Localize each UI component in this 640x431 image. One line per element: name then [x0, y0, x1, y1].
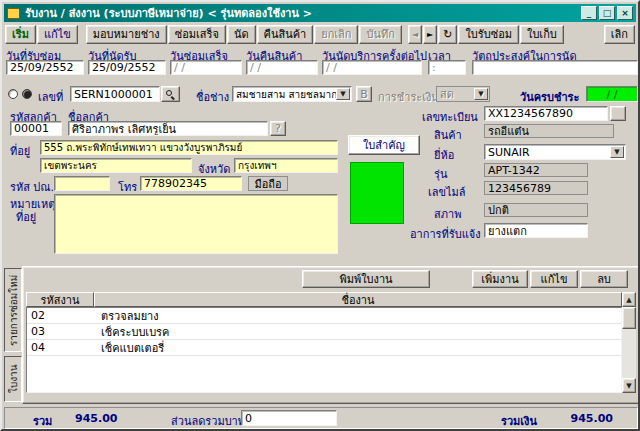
return-date-field[interactable]: / / — [246, 60, 318, 75]
app-window: รับงาน / ส่งงาน (ระบบภาษีเหมาจ่าย) < รุ่… — [0, 0, 640, 431]
model-label: รุ่น — [434, 165, 447, 183]
total-value: 945.00 — [75, 412, 117, 425]
column-header-job-code[interactable]: รหัสงาน — [26, 292, 94, 307]
address-label: ที่อยู่ — [10, 142, 30, 160]
scroll-down-icon[interactable]: ▼ — [622, 378, 636, 393]
product-field: รถอีแต๋น — [484, 124, 614, 138]
registration-lookup-button[interactable] — [610, 106, 626, 121]
total-label: รวม — [33, 412, 52, 430]
grand-total-label: รวมเงิน — [501, 412, 537, 430]
chevron-down-icon: ▼ — [474, 88, 488, 100]
radio-option-1[interactable] — [8, 89, 18, 99]
start-button[interactable]: เริ่ม — [5, 25, 36, 44]
model-field: APT-1342 — [484, 163, 588, 177]
jobs-table: 02 ตรวจลมยาง 03 เช็คระบบเบรค 04 เช็คแบตเ… — [26, 307, 622, 393]
prev-record-icon[interactable]: ◄ — [408, 25, 422, 44]
zip-field[interactable] — [54, 176, 110, 191]
search-icon — [166, 90, 175, 99]
due-date-label: วันครบชำระ — [520, 88, 579, 106]
mileage-label: เลขไมล์ — [428, 183, 466, 201]
chevron-down-icon[interactable]: ▼ — [610, 146, 624, 158]
tab-repair-items[interactable]: รายการซ่อมใหม่ — [4, 268, 22, 352]
pickup-date-field[interactable]: 25/09/2552 — [88, 60, 166, 75]
mileage-field: 123456789 — [484, 181, 588, 195]
print-worksheet-button[interactable]: พิมพ์ใบงาน — [302, 270, 430, 288]
minimize-icon[interactable]: _ — [581, 6, 597, 20]
b-button[interactable]: B — [356, 86, 372, 102]
assign-technician-button[interactable]: มอบหมายช่าง — [86, 25, 167, 44]
note-label-line2: ที่อยู่ — [16, 208, 36, 226]
symptom-label: อาการที่รับแจ้ง — [410, 225, 481, 243]
refresh-icon[interactable]: ↻ — [438, 25, 457, 44]
add-job-button[interactable]: เพิ่มงาน — [472, 270, 528, 288]
appointment-purpose-field[interactable] — [472, 60, 638, 75]
product-label: สินค้า — [434, 126, 462, 144]
technician-dropdown[interactable]: สมชายสาม สายชลมากมี ▼ — [232, 86, 352, 102]
repair-done-button[interactable]: ซ่อมเสร็จ — [168, 25, 226, 44]
registration-label: เลขทะเบียน — [422, 108, 478, 126]
discount-input[interactable]: 0 — [241, 410, 337, 426]
job-name: เช็คแบตเตอรี่ — [95, 339, 164, 357]
finished-date-field[interactable]: / / — [170, 60, 242, 75]
customer-code-field[interactable]: 00001 — [10, 121, 62, 136]
next-service-date-field[interactable]: / / — [322, 60, 422, 75]
receive-date-field[interactable]: 25/09/2552 — [6, 60, 84, 75]
brand-dropdown[interactable]: SUNAIR ▼ — [484, 144, 626, 160]
brand-value: SUNAIR — [488, 146, 530, 159]
province-field[interactable]: กรุงเทพฯ — [234, 158, 338, 173]
title-bar[interactable]: รับงาน / ส่งงาน (ระบบภาษีเหมาจ่าย) < รุ่… — [4, 4, 636, 22]
customer-name-field[interactable]: ศิริอาภาพร เลิศหรูเย็น — [68, 121, 268, 136]
brand-label: ยี่ห้อ — [434, 146, 454, 164]
appointment-button[interactable]: นัด — [227, 25, 256, 44]
scrollbar-thumb[interactable] — [622, 307, 636, 329]
cancel-button[interactable]: ยกเลิก — [314, 25, 358, 44]
address-line1-field[interactable]: 555 ถ.พระพิทักษ์เทพเทวา แขวงวังบูรพาภิรม… — [40, 140, 338, 155]
repair-receipt-button[interactable]: ใบรับซ่อม — [458, 25, 519, 44]
mobile-label: มือถือ — [248, 176, 288, 191]
status-indicator — [350, 162, 404, 224]
payment-value: สด — [440, 86, 454, 102]
maximize-icon[interactable]: □ — [599, 6, 615, 20]
address-note-textarea[interactable] — [54, 194, 338, 254]
chevron-down-icon[interactable]: ▼ — [336, 88, 350, 100]
phone-field[interactable]: 778902345 — [140, 176, 242, 191]
edit-job-button[interactable]: แก้ไข — [530, 270, 578, 288]
billing-button[interactable]: ใบเก็บ — [520, 25, 564, 44]
column-header-job-name[interactable]: ชื่องาน — [94, 292, 622, 307]
radio-option-2[interactable] — [22, 89, 32, 99]
customer-lookup-button[interactable]: ? — [270, 121, 286, 136]
time-field[interactable]: : — [428, 60, 466, 75]
technician-value: สมชายสาม สายชลมากมี — [236, 87, 344, 102]
table-scrollbar[interactable]: ▲ ▼ — [622, 292, 636, 393]
delete-job-button[interactable]: ลบ — [580, 270, 628, 288]
symptom-field[interactable]: ยางแตก — [484, 223, 588, 238]
order-no-field[interactable]: SERN1000001 — [70, 86, 160, 102]
app-icon — [7, 8, 20, 19]
job-code: 02 — [27, 309, 95, 322]
question-icon: ? — [275, 122, 281, 135]
return-goods-button[interactable]: คืนสินค้า — [257, 25, 314, 44]
condition-label: สภาพ — [434, 205, 461, 223]
exit-button[interactable]: เลิก — [604, 25, 635, 44]
close-icon[interactable]: × — [617, 6, 633, 20]
payment-label: การชำระเงิน — [378, 88, 439, 106]
edit-button[interactable]: แก้ไข — [37, 25, 78, 44]
window-title: รับงาน / ส่งงาน (ระบบภาษีเหมาจ่าย) < รุ่… — [25, 4, 579, 22]
job-code: 03 — [27, 325, 95, 338]
due-date-field[interactable]: / / — [586, 86, 638, 102]
payment-dropdown[interactable]: สด ▼ — [436, 86, 490, 102]
zip-label: รหัส ปณ. — [10, 178, 54, 196]
table-row[interactable]: 04 เช็คแบตเตอรี่ — [27, 340, 621, 356]
condition-field: ปกติ — [484, 203, 588, 217]
search-button[interactable] — [161, 86, 180, 102]
scroll-up-icon[interactable]: ▲ — [622, 292, 636, 307]
technician-label: ชื่อช่าง — [196, 88, 229, 106]
address-line2-field[interactable]: เขตพระนคร — [40, 158, 192, 173]
tab-worksheet[interactable]: ใบงาน — [4, 356, 22, 402]
order-no-label: เลขที่ — [38, 88, 63, 106]
grand-total-value: 945.00 — [553, 412, 613, 425]
registration-field[interactable]: XX1234567890 — [484, 106, 608, 121]
save-button[interactable]: บันทึก — [359, 25, 401, 44]
voucher-button[interactable]: ใบสำคัญ — [348, 135, 420, 155]
next-record-icon[interactable]: ► — [423, 25, 437, 44]
